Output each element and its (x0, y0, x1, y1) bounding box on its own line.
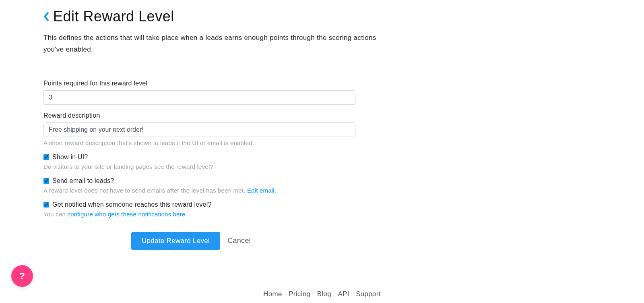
get-notified-help: You can configure who gets these notific… (43, 211, 406, 218)
get-notified-checkbox[interactable] (43, 202, 49, 208)
update-button[interactable]: Update Reward Level (131, 232, 220, 250)
page-subtitle: This defines the actions that will take … (43, 32, 398, 56)
description-help: A short reward description that's shown … (43, 139, 406, 146)
get-notified-label: Get notified when someone reaches this r… (52, 201, 212, 208)
edit-email-link[interactable]: Edit email. (247, 187, 276, 194)
send-email-label: Send email to leads? (52, 177, 114, 185)
description-input[interactable] (43, 122, 355, 137)
get-notified-help-prefix: You can (43, 211, 67, 218)
send-email-help-text: A reward level does not have to send ema… (43, 187, 247, 194)
page-title: Edit Reward Level (53, 8, 174, 25)
cancel-button[interactable]: Cancel (227, 237, 251, 245)
show-in-ui-label: Show in UI? (52, 154, 88, 161)
get-notified-help-suffix: . (185, 211, 187, 218)
points-input[interactable] (43, 90, 355, 105)
points-label: Points required for this reward level (43, 80, 406, 87)
send-email-checkbox[interactable] (43, 178, 49, 184)
description-label: Reward description (43, 112, 406, 119)
show-in-ui-help: Do visitors to your site or landing page… (43, 163, 406, 170)
show-in-ui-checkbox[interactable] (43, 154, 49, 160)
configure-notifications-link[interactable]: configure who gets these notifications h… (67, 211, 185, 218)
back-icon[interactable] (43, 12, 49, 21)
send-email-help: A reward level does not have to send ema… (43, 187, 406, 194)
